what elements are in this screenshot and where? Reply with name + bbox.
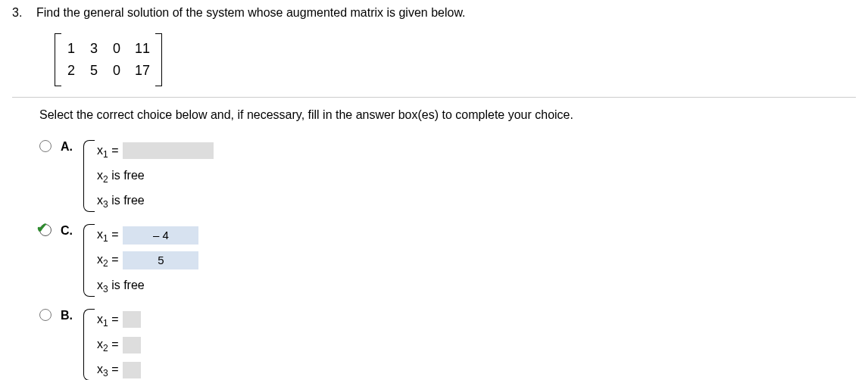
augmented-matrix: 1 3 0 11 2 5 0 17 [55, 33, 162, 86]
radio-a[interactable] [39, 140, 53, 154]
input-b-x1[interactable] [123, 311, 141, 328]
var-x1: x1 = [97, 139, 118, 164]
divider [12, 97, 856, 98]
var-x2-free: x2 is free [97, 164, 145, 188]
question-header: 3. Find the general solution of the syst… [12, 6, 856, 20]
input-c-x1[interactable]: – 4 [123, 226, 198, 245]
matrix-cell: 0 [111, 60, 123, 82]
choice-c-letter: C. [61, 224, 76, 238]
matrix-area: 1 3 0 11 2 5 0 17 [55, 33, 856, 86]
var-x2: x2 = [97, 248, 118, 273]
choice-b[interactable]: B. x1 = x2 = x3 = [39, 307, 183, 380]
radio-c[interactable]: ✔ [39, 224, 53, 238]
var-x3-free: x3 is free [97, 188, 145, 213]
matrix-cell: 17 [133, 60, 151, 82]
question-prompt: Find the general solution of the system … [36, 6, 466, 20]
choice-b-solution: x1 = x2 = x3 = [83, 307, 141, 380]
matrix-cell: 2 [65, 60, 77, 82]
choice-c-solution: x1 = – 4 x2 = 5 x3 is free [83, 223, 198, 298]
matrix-cell: 11 [133, 38, 151, 60]
choice-a-letter: A. [61, 140, 76, 154]
input-c-x2[interactable]: 5 [123, 251, 198, 269]
instruction-text: Select the correct choice below and, if … [39, 108, 856, 122]
var-x1: x1 = [97, 307, 118, 332]
var-x3: x3 = [97, 357, 118, 380]
choice-a-solution: x1 = x2 is free x3 is free [83, 139, 214, 214]
input-b-x3[interactable] [123, 362, 141, 378]
matrix-cell: 1 [65, 38, 77, 60]
choice-b-letter: B. [61, 309, 76, 322]
var-x1: x1 = [97, 223, 118, 248]
check-icon: ✔ [36, 220, 48, 236]
choices-area: A. x1 = x2 is free x3 is free ✔ C. [39, 139, 856, 380]
matrix-cell: 0 [111, 38, 123, 60]
var-x3-free: x3 is free [97, 273, 145, 298]
input-a-x1[interactable] [123, 142, 214, 159]
matrix-row: 2 5 0 17 [65, 60, 151, 82]
var-x2: x2 = [97, 332, 118, 357]
matrix-row: 1 3 0 11 [65, 38, 151, 60]
input-b-x2[interactable] [123, 337, 141, 354]
choice-c[interactable]: ✔ C. x1 = – 4 x2 = 5 x3 is free [39, 223, 721, 298]
choice-a[interactable]: A. x1 = x2 is free x3 is free [39, 139, 721, 214]
matrix-cell: 3 [88, 38, 100, 60]
question-number: 3. [12, 6, 27, 20]
radio-b[interactable] [39, 309, 53, 322]
matrix-cell: 5 [88, 60, 100, 82]
